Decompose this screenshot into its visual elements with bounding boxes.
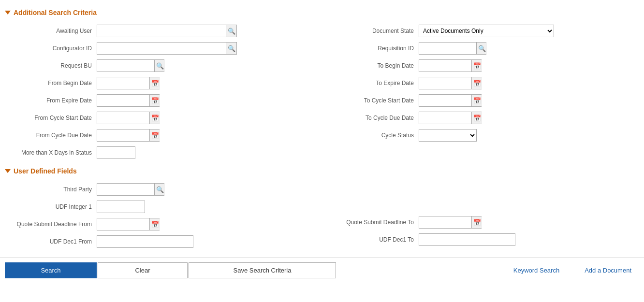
awaiting-user-row: Awaiting User 🔍 — [0, 22, 322, 40]
udf-dec1-from-label: UDF Dec1 From — [0, 238, 97, 245]
udf-right-spacer-2 — [322, 197, 644, 214]
to-expire-date-row: To Expire Date 📅 — [322, 74, 644, 92]
user-defined-fields-header[interactable]: User Defined Fields — [0, 163, 644, 179]
to-cycle-start-date-row: To Cycle Start Date 📅 — [322, 92, 644, 109]
configurator-id-input-wrapper: 🔍 — [97, 42, 237, 55]
from-begin-date-calendar-icon[interactable]: 📅 — [149, 77, 160, 89]
to-begin-date-input-wrapper: 📅 — [419, 59, 482, 72]
requisition-id-input[interactable] — [419, 43, 476, 54]
additional-search-criteria-grid: Awaiting User 🔍 Configurator ID 🔍 Reques… — [0, 20, 644, 163]
from-expire-date-row: From Expire Date 📅 — [0, 92, 322, 109]
request-bu-row: Request BU 🔍 — [0, 57, 322, 74]
additional-search-criteria-title: Additional Search Criteria — [14, 9, 97, 16]
third-party-input-wrapper: 🔍 — [97, 183, 164, 196]
to-begin-date-input[interactable] — [419, 60, 471, 72]
from-cycle-start-date-label: From Cycle Start Date — [0, 115, 97, 121]
requisition-id-label: Requisition ID — [322, 45, 419, 52]
to-begin-date-calendar-icon[interactable]: 📅 — [471, 60, 482, 72]
configurator-id-input[interactable] — [97, 43, 226, 54]
clear-button[interactable]: Clear — [98, 262, 188, 278]
to-begin-date-row: To Begin Date 📅 — [322, 57, 644, 74]
third-party-label: Third Party — [0, 186, 97, 193]
document-state-row: Document State Active Documents Only All… — [322, 22, 644, 40]
udf-integer-1-input[interactable] — [97, 201, 145, 213]
udf-dec1-to-input[interactable] — [419, 233, 515, 246]
from-cycle-start-date-input-wrapper: 📅 — [97, 112, 160, 124]
udf-integer-1-row: UDF Integer 1 — [0, 198, 322, 216]
udf-dec1-from-input[interactable] — [97, 235, 193, 248]
from-expire-date-label: From Expire Date — [0, 97, 97, 104]
to-cycle-start-date-calendar-icon[interactable]: 📅 — [471, 95, 482, 106]
to-expire-date-label: To Expire Date — [322, 80, 419, 86]
awaiting-user-label: Awaiting User — [0, 28, 97, 34]
third-party-search-icon[interactable]: 🔍 — [154, 184, 165, 195]
quote-submit-deadline-to-label: Quote Submit Deadline To — [322, 219, 419, 226]
quote-submit-deadline-to-calendar-icon[interactable]: 📅 — [471, 216, 482, 228]
to-expire-date-input-wrapper: 📅 — [419, 77, 482, 89]
cycle-status-row: Cycle Status — [322, 127, 644, 144]
quote-submit-deadline-from-calendar-icon[interactable]: 📅 — [149, 218, 160, 230]
additional-search-criteria-header[interactable]: Additional Search Criteria — [0, 5, 644, 20]
from-begin-date-input[interactable] — [97, 77, 149, 89]
to-cycle-due-date-label: To Cycle Due Date — [322, 115, 419, 121]
left-column: Awaiting User 🔍 Configurator ID 🔍 Reques… — [0, 22, 322, 161]
quote-submit-deadline-to-row: Quote Submit Deadline To 📅 — [322, 214, 644, 231]
third-party-row: Third Party 🔍 — [0, 181, 322, 198]
from-expire-date-input[interactable] — [97, 95, 149, 106]
udf-left-column: Third Party 🔍 UDF Integer 1 Quote Submit… — [0, 181, 322, 250]
from-cycle-due-date-row: From Cycle Due Date 📅 — [0, 127, 322, 144]
udf-dec1-from-row: UDF Dec1 From — [0, 233, 322, 250]
from-cycle-due-date-label: From Cycle Due Date — [0, 132, 97, 139]
cycle-status-select[interactable] — [419, 129, 477, 142]
awaiting-user-search-icon[interactable]: 🔍 — [226, 25, 236, 37]
quote-submit-deadline-to-input[interactable] — [419, 216, 471, 228]
udf-dec1-to-label: UDF Dec1 To — [322, 236, 419, 243]
awaiting-user-input[interactable] — [97, 25, 226, 37]
from-cycle-start-date-calendar-icon[interactable]: 📅 — [149, 112, 160, 124]
configurator-id-row: Configurator ID 🔍 — [0, 40, 322, 57]
more-than-x-days-row: More than X Days in Status — [0, 144, 322, 161]
quote-submit-deadline-from-input[interactable] — [97, 218, 149, 230]
collapse-icon — [5, 11, 11, 14]
more-than-x-days-label: More than X Days in Status — [0, 149, 97, 156]
save-search-button[interactable]: Save Search Criteria — [189, 262, 336, 278]
udf-right-column: Quote Submit Deadline To 📅 UDF Dec1 To — [322, 181, 644, 250]
udf-collapse-icon — [5, 169, 11, 173]
requisition-id-search-icon[interactable]: 🔍 — [476, 43, 487, 54]
requisition-id-row: Requisition ID 🔍 — [322, 40, 644, 57]
to-cycle-due-date-calendar-icon[interactable]: 📅 — [471, 112, 482, 124]
add-document-link[interactable]: Add a Document — [577, 263, 639, 278]
quote-submit-deadline-from-label: Quote Submit Deadline From — [0, 221, 97, 228]
document-state-select[interactable]: Active Documents Only All Documents Inac… — [419, 25, 554, 37]
to-cycle-start-date-input[interactable] — [419, 95, 471, 106]
more-than-x-days-input[interactable] — [97, 146, 135, 159]
from-begin-date-row: From Begin Date 📅 — [0, 74, 322, 92]
from-begin-date-label: From Begin Date — [0, 80, 97, 86]
request-bu-input[interactable] — [97, 60, 154, 72]
to-expire-date-input[interactable] — [419, 77, 471, 89]
user-defined-fields-grid: Third Party 🔍 UDF Integer 1 Quote Submit… — [0, 179, 644, 252]
from-cycle-start-date-row: From Cycle Start Date 📅 — [0, 109, 322, 127]
request-bu-search-icon[interactable]: 🔍 — [154, 60, 165, 72]
page-container: Additional Search Criteria Awaiting User… — [0, 0, 644, 302]
from-cycle-start-date-input[interactable] — [97, 112, 149, 124]
quote-submit-deadline-from-row: Quote Submit Deadline From 📅 — [0, 216, 322, 233]
from-cycle-due-date-calendar-icon[interactable]: 📅 — [149, 129, 160, 141]
to-begin-date-label: To Begin Date — [322, 62, 419, 69]
third-party-input[interactable] — [97, 184, 154, 195]
configurator-id-label: Configurator ID — [0, 45, 97, 52]
from-expire-date-calendar-icon[interactable]: 📅 — [149, 95, 160, 106]
requisition-id-input-wrapper: 🔍 — [419, 42, 486, 55]
to-expire-date-calendar-icon[interactable]: 📅 — [471, 77, 482, 89]
to-cycle-due-date-input[interactable] — [419, 112, 471, 124]
cycle-status-label: Cycle Status — [322, 132, 419, 139]
right-links: Keyword Search Add a Document — [506, 263, 639, 278]
to-cycle-due-date-row: To Cycle Due Date 📅 — [322, 109, 644, 127]
search-button[interactable]: Search — [5, 262, 97, 278]
configurator-id-search-icon[interactable]: 🔍 — [226, 43, 236, 54]
from-cycle-due-date-input[interactable] — [97, 129, 149, 141]
from-expire-date-input-wrapper: 📅 — [97, 94, 160, 107]
request-bu-input-wrapper: 🔍 — [97, 59, 164, 72]
keyword-search-link[interactable]: Keyword Search — [506, 263, 567, 278]
udf-right-spacer-1 — [322, 181, 644, 197]
